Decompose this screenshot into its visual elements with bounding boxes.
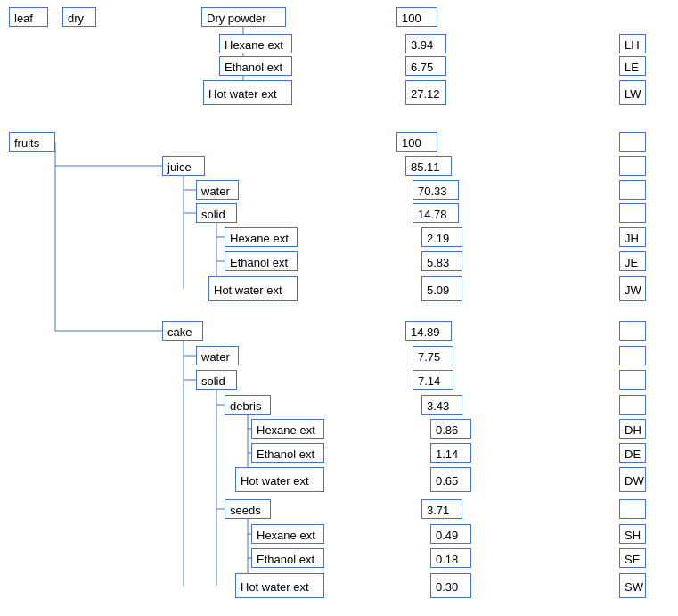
node-val_14b: 14.78 xyxy=(413,203,459,223)
node-empty9 xyxy=(619,499,646,519)
node-val_018: 0.18 xyxy=(430,548,471,568)
node-hexane_j: Hexane ext xyxy=(225,227,298,247)
node-seeds: seeds xyxy=(225,499,271,519)
connection-lines xyxy=(0,0,678,616)
diagram: leafdryDry powderHexane extEthanol extHo… xyxy=(0,0,678,18)
node-ethanol_d: Ethanol ext xyxy=(251,443,324,463)
node-val_371: 3.71 xyxy=(421,499,462,519)
node-val_343: 3.43 xyxy=(421,395,462,415)
node-ethanol1: Ethanol ext xyxy=(219,56,292,76)
node-lbl_le: LE xyxy=(619,56,646,76)
node-lbl_je: JE xyxy=(619,251,646,271)
node-val_065: 0.65 xyxy=(430,467,471,492)
node-empty8 xyxy=(619,395,646,415)
node-hotwater1: Hot water ext xyxy=(203,80,292,105)
node-hotwater_j: Hot water ext xyxy=(208,276,298,301)
node-lbl_sw: SW xyxy=(619,573,646,598)
node-val_509: 5.09 xyxy=(421,276,462,301)
node-empty7 xyxy=(619,370,646,390)
node-val_114: 1.14 xyxy=(430,443,471,463)
node-lbl_lh: LH xyxy=(619,34,646,53)
node-leaf: leaf xyxy=(9,7,48,27)
node-empty5 xyxy=(619,321,646,341)
node-val_e1: 6.75 xyxy=(405,56,446,76)
node-val_086: 0.86 xyxy=(430,419,471,439)
node-val_70: 70.33 xyxy=(413,180,459,200)
node-lbl_lw: LW xyxy=(619,80,646,105)
node-ethanol_s: Ethanol ext xyxy=(251,548,324,568)
node-water_c: water xyxy=(196,346,239,365)
node-val_dp: 100 xyxy=(396,7,437,27)
node-lbl_jw: JW xyxy=(619,276,646,301)
node-empty2 xyxy=(619,156,646,176)
node-lbl_dh: DH xyxy=(619,419,646,439)
node-dry: dry xyxy=(62,7,96,27)
node-solid_j: solid xyxy=(196,203,237,223)
node-water_j: water xyxy=(196,180,239,200)
node-val_714: 7.14 xyxy=(413,370,453,390)
node-val_h1: 3.94 xyxy=(405,34,446,53)
node-val_1489: 14.89 xyxy=(405,321,452,341)
node-hexane_d: Hexane ext xyxy=(251,419,324,439)
node-empty1 xyxy=(619,132,646,152)
node-lbl_dw: DW xyxy=(619,467,646,492)
node-lbl_de: DE xyxy=(619,443,646,463)
node-hexane1: Hexane ext xyxy=(219,34,292,53)
node-empty3 xyxy=(619,180,646,200)
node-lbl_sh: SH xyxy=(619,524,646,544)
node-val_775: 7.75 xyxy=(413,346,453,365)
node-solid_c: solid xyxy=(196,370,237,390)
node-hotwater_s: Hot water ext xyxy=(235,573,324,598)
node-lbl_se: SE xyxy=(619,548,646,568)
node-debris: debris xyxy=(225,395,271,415)
node-val_85: 85.11 xyxy=(405,156,452,176)
node-val_030: 0.30 xyxy=(430,573,471,598)
node-cake: cake xyxy=(162,321,203,341)
node-ethanol_j: Ethanol ext xyxy=(225,251,298,271)
node-dry_powder: Dry powder xyxy=(201,7,286,27)
node-empty6 xyxy=(619,346,646,365)
node-empty4 xyxy=(619,203,646,223)
node-fruits: fruits xyxy=(9,132,55,152)
node-val_100b: 100 xyxy=(396,132,437,152)
node-hotwater_d: Hot water ext xyxy=(235,467,324,492)
node-val_w1: 27.12 xyxy=(405,80,446,105)
node-lbl_jh: JH xyxy=(619,227,646,247)
node-val_219: 2.19 xyxy=(421,227,462,247)
node-juice: juice xyxy=(162,156,205,176)
node-val_049: 0.49 xyxy=(430,524,471,544)
node-val_583: 5.83 xyxy=(421,251,462,271)
node-hexane_s: Hexane ext xyxy=(251,524,324,544)
